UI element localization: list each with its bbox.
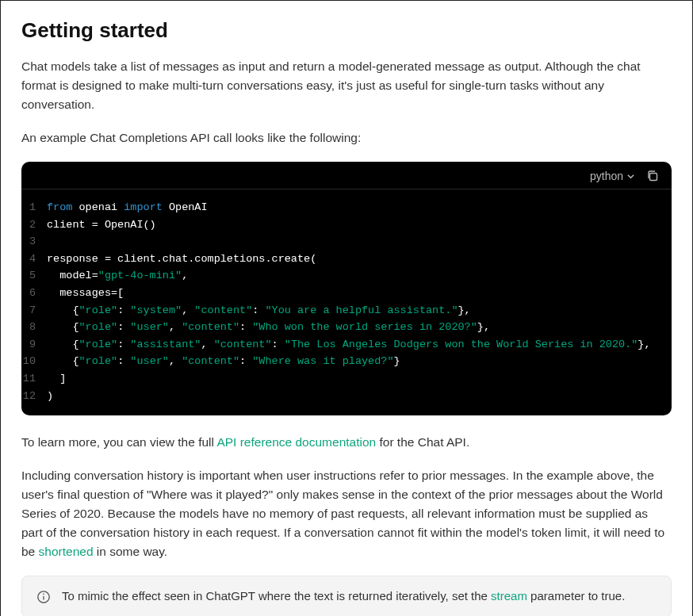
line-number: 9	[21, 336, 47, 354]
code-content: client = OpenAI()	[47, 216, 156, 234]
shortened-link[interactable]: shortened	[39, 545, 94, 558]
line-number: 12	[21, 388, 47, 405]
learn-more-prefix: To learn more, you can view the full	[21, 435, 216, 449]
learn-more-paragraph: To learn more, you can view the full API…	[21, 433, 672, 452]
code-content: ]	[47, 370, 66, 388]
line-number: 1	[21, 199, 47, 216]
code-block: python 1from openai import OpenAI2client…	[21, 162, 672, 415]
code-line: 12)	[21, 388, 672, 405]
code-line: 11 ]	[21, 370, 672, 388]
info-prefix: To mimic the effect seen in ChatGPT wher…	[62, 589, 491, 603]
intro-paragraph: Chat models take a list of messages as i…	[21, 57, 672, 114]
doc-page: Getting started Chat models take a list …	[0, 0, 693, 616]
code-content: {"role": "assistant", "content": "The Lo…	[47, 336, 651, 354]
line-number: 3	[21, 233, 47, 251]
code-content: {"role": "user", "content": "Who won the…	[47, 319, 490, 336]
info-icon	[36, 590, 51, 604]
code-content: messages=[	[47, 285, 124, 302]
line-number: 2	[21, 216, 47, 234]
code-line: 1from openai import OpenAI	[21, 199, 672, 216]
history-paragraph: Including conversation history is import…	[21, 466, 672, 561]
language-label: python	[590, 170, 623, 182]
line-number: 5	[21, 267, 47, 285]
info-text: To mimic the effect seen in ChatGPT wher…	[62, 587, 625, 606]
code-line: 8 {"role": "user", "content": "Who won t…	[21, 319, 672, 336]
svg-point-3	[43, 593, 44, 595]
example-lead: An example Chat Completions API call loo…	[21, 128, 672, 147]
code-line: 2client = OpenAI()	[21, 216, 672, 234]
code-content: )	[47, 388, 53, 405]
code-line: 10 {"role": "user", "content": "Where wa…	[21, 353, 672, 370]
info-callout: To mimic the effect seen in ChatGPT wher…	[21, 576, 672, 616]
line-number: 4	[21, 251, 47, 268]
code-body: 1from openai import OpenAI2client = Open…	[21, 189, 672, 415]
code-line: 3	[21, 233, 672, 251]
code-line: 9 {"role": "assistant", "content": "The …	[21, 336, 672, 354]
code-line: 4response = client.chat.completions.crea…	[21, 251, 672, 268]
code-content: response = client.chat.completions.creat…	[47, 251, 316, 268]
history-suffix: in some way.	[94, 545, 168, 558]
code-header: python	[21, 162, 672, 189]
line-number: 11	[21, 370, 47, 388]
line-number: 10	[21, 353, 47, 370]
code-content: model="gpt-4o-mini",	[47, 267, 188, 285]
language-select[interactable]: python	[590, 170, 635, 182]
page-title: Getting started	[21, 18, 672, 43]
chevron-down-icon	[626, 172, 635, 181]
svg-rect-0	[650, 174, 657, 181]
stream-link[interactable]: stream	[491, 589, 527, 603]
code-content: {"role": "system", "content": "You are a…	[47, 302, 471, 319]
code-content: {"role": "user", "content": "Where was i…	[47, 353, 400, 370]
line-number: 7	[21, 302, 47, 319]
api-reference-link[interactable]: API reference documentation	[216, 435, 376, 449]
learn-more-suffix: for the Chat API.	[376, 435, 469, 449]
info-suffix: parameter to true.	[527, 589, 625, 603]
code-line: 7 {"role": "system", "content": "You are…	[21, 302, 672, 319]
code-content: from openai import OpenAI	[47, 199, 208, 216]
code-line: 5 model="gpt-4o-mini",	[21, 267, 672, 285]
line-number: 6	[21, 285, 47, 302]
copy-icon[interactable]	[646, 170, 659, 182]
code-line: 6 messages=[	[21, 285, 672, 302]
line-number: 8	[21, 319, 47, 336]
